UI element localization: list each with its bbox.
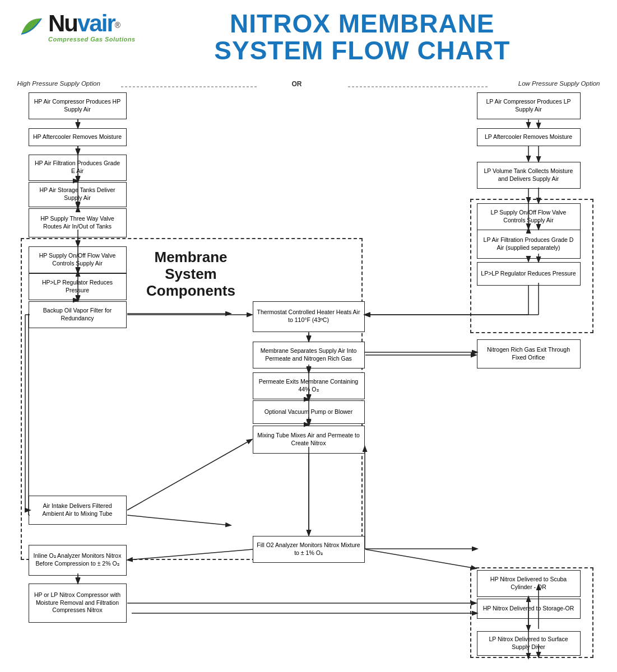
box-mc1: Thermostat Controlled Heater Heats Air t…	[253, 301, 365, 332]
page: Nuvair® Compressed Gas Solutions NITROX …	[0, 0, 617, 672]
box-rp1: LP Air Compressor Produces LP Supply Air	[477, 92, 581, 119]
logo-vair: vair	[77, 10, 115, 36]
box-mc6: Fill O2 Analyzer Monitors Nitrox Mixture…	[253, 536, 365, 563]
box-rp5: LP Air Filtration Produces Grade D Air (…	[477, 230, 581, 259]
box-mc5: Mixing Tube Mixes Air and Permeate to Cr…	[253, 426, 365, 454]
box-hp3: HP Air Filtration Produces Grade E Air	[29, 155, 127, 181]
membrane-system-label: Membrane System Components	[146, 249, 235, 300]
box-hp2: HP Aftercooler Removes Moisture	[29, 128, 127, 146]
box-hp4: HP Air Storage Tanks Deliver Supply Air	[29, 182, 127, 207]
logo-leaf-icon	[17, 12, 46, 41]
box-mc3: Permeate Exits Membrane Containing 44% O…	[253, 372, 365, 399]
membrane-label-area: Membrane System Components	[141, 238, 242, 311]
logo: Nuvair® Compressed Gas Solutions	[17, 10, 136, 43]
box-mc2: Membrane Separates Supply Air Into Perme…	[253, 342, 365, 368]
title-area: NITROX MEMBRANE SYSTEM FLOW CHART	[136, 10, 600, 64]
logo-text: Nuvair® Compressed Gas Solutions	[48, 10, 136, 43]
box-hp11: HP or LP Nitrox Compressor with Moisture…	[29, 584, 127, 623]
box-hp1: HP Air Compressor Produces HP Supply Air	[29, 92, 127, 119]
box-rp4: LP Supply On/Off Flow Valve Controls Sup…	[477, 203, 581, 230]
title-line1: NITROX MEMBRANE	[136, 10, 589, 37]
supply-right-label: Low Pressure Supply Option	[518, 80, 600, 87]
box-rp9: HP Nitrox Delivered to Storage-OR	[477, 599, 581, 619]
logo-reg: ®	[115, 21, 120, 30]
box-hp8: Backup Oil Vapor Filter for Redundancy	[29, 301, 127, 328]
box-rp10: LP Nitrox Delivered to Surface Supply Di…	[477, 631, 581, 656]
box-hp5: HP Supply Three Way Valve Routes Air In/…	[29, 208, 127, 237]
box-mc4: Optional Vacuum Pump or Blower	[253, 400, 365, 424]
box-hp10: Inline O₂ Analyzer Monitors Nitrox Befor…	[29, 545, 127, 576]
logo-nu: Nu	[48, 10, 77, 36]
box-rp7: Nitrogen Rich Gas Exit Through Fixed Ori…	[477, 339, 581, 368]
box-hp9: Air Intake Delivers Filtered Ambient Air…	[29, 496, 127, 525]
logo-area: Nuvair® Compressed Gas Solutions	[17, 10, 136, 43]
box-rp2: LP Aftercooler Removes Moisture	[477, 128, 581, 146]
main-title: NITROX MEMBRANE SYSTEM FLOW CHART	[136, 10, 589, 64]
box-rp3: LP Volume Tank Collects Moisture and Del…	[477, 162, 581, 189]
header: Nuvair® Compressed Gas Solutions NITROX …	[17, 10, 600, 64]
box-rp6: LP>LP Regulator Reduces Pressure	[477, 262, 581, 286]
title-line2: SYSTEM FLOW CHART	[136, 37, 589, 64]
logo-tagline: Compressed Gas Solutions	[48, 36, 136, 43]
svg-line-68	[365, 549, 476, 568]
box-rp8: HP Nitrox Delivered to Scuba Cylinder - …	[477, 570, 581, 597]
box-hp7: HP>LP Regulator Reduces Pressure	[29, 273, 127, 300]
box-hp6: HP Supply On/Off Flow Valve Controls Sup…	[29, 246, 127, 273]
supply-left-label: High Pressure Supply Option	[17, 80, 100, 87]
supply-or-label: OR	[292, 80, 302, 88]
